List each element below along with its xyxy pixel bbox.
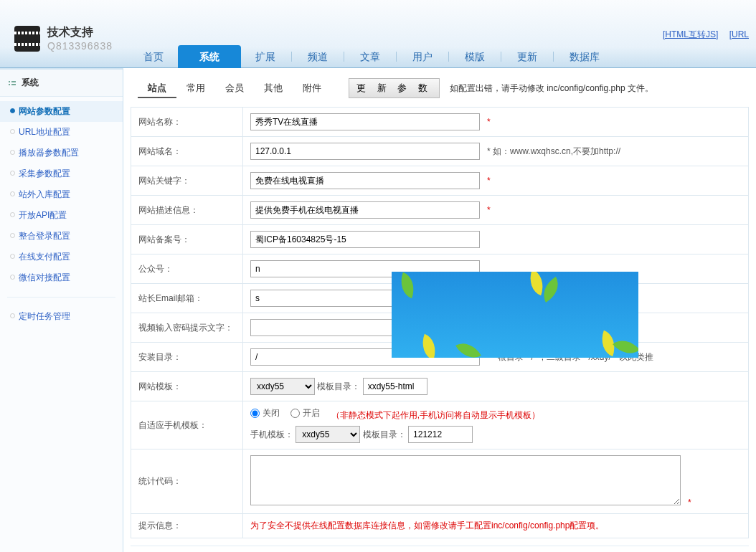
tabs-hint: 如配置出错，请手动修改 inc/config/config.php 文件。 [450,82,653,95]
sidebar-title: 系统 [0,70,123,97]
svg-rect-0 [9,81,10,82]
label-stats: 统计代码： [131,449,243,514]
svg-rect-3 [11,84,16,85]
input-domain[interactable] [250,143,480,160]
logo-icon [14,26,40,52]
radio-mobile-off[interactable] [250,409,260,418]
sidebar-item-5[interactable]: 开放API配置 [0,205,123,226]
nav-item-2[interactable]: 扩展 [241,46,290,67]
nav-item-5[interactable]: 用户 [398,46,447,67]
label-mobile-tpl: 手机模板： [250,429,293,439]
sidebar-group-1: 网站参数配置URL地址配置播放器参数配置采集参数配置站外入库配置开放API配置整… [0,97,123,292]
sub-tabs: 站点常用会员其他附件 更 新 参 数 如配置出错，请手动修改 inc/confi… [131,75,749,104]
label-desc: 网站描述信息： [131,196,243,225]
label-mobile: 自适应手机模板： [131,401,243,449]
sidebar: 系统 网站参数配置URL地址配置播放器参数配置采集参数配置站外入库配置开放API… [0,68,123,552]
link-url[interactable]: [URL [729,29,749,39]
sidebar-item-1[interactable]: URL地址配置 [0,122,123,143]
logo-subtitle: Q813396838 [47,40,113,52]
input-keywords[interactable] [250,172,480,189]
tab-1[interactable]: 常用 [176,79,215,97]
nav-item-8[interactable]: 数据库 [555,46,614,67]
sidebar-item-0[interactable]: 网站参数配置 [0,101,123,122]
sidebar-group-2: 定时任务管理 [0,302,123,331]
nav-item-3[interactable]: 频道 [293,46,342,67]
label-template: 网站模板： [131,372,243,401]
content: 站点常用会员其他附件 更 新 参 数 如配置出错，请手动修改 inc/confi… [123,68,756,552]
hint-domain: * 如：www.wxqhsc.cn,不要加http:// [487,146,620,156]
label-pwdtip: 视频输入密码提示文字： [131,313,243,343]
sidebar-item-8[interactable]: 微信对接配置 [0,267,123,288]
link-html-js[interactable]: [HTML互转JS] [663,29,718,39]
label-keywords: 网站关键字： [131,166,243,196]
select-template[interactable]: xxdy55 [250,378,315,395]
sidebar-item-4[interactable]: 站外入库配置 [0,184,123,205]
sidebar-item2-0[interactable]: 定时任务管理 [0,306,123,327]
top-links: [HTML互转JS] [URL [654,29,749,41]
label-install-dir: 安装目录： [131,343,243,372]
nav-item-4[interactable]: 文章 [346,46,394,67]
svg-rect-1 [11,81,16,82]
update-params-button[interactable]: 更 新 参 数 [349,78,440,98]
label-template-dir: 模板目录： [317,381,360,391]
label-domain: 网站域名： [131,137,243,166]
svg-rect-2 [9,84,10,85]
main-nav: 首页系统扩展频道文章用户模版更新数据库 [129,46,614,67]
input-desc[interactable] [250,201,480,219]
logo-title: 技术支持 [47,25,113,40]
nav-item-6[interactable]: 模版 [450,46,499,67]
footer-status: Processed in: 0.215 second(s), 0 queries… [131,546,749,552]
label-mobile-dir: 模板目录： [363,429,406,439]
radio-mobile-on[interactable] [290,409,300,418]
select-mobile-template[interactable]: xxdy55 [296,426,360,443]
sidebar-item-7[interactable]: 在线支付配置 [0,247,123,267]
nav-item-7[interactable]: 更新 [503,46,552,67]
overlay-banner [392,272,638,358]
tab-4[interactable]: 附件 [293,79,331,97]
tab-3[interactable]: 其他 [254,79,293,97]
label-icp: 网站备案号： [131,225,243,254]
tip-text: 为了安全不提供在线配置数据库连接信息，如需修改请手工配置inc/config/c… [250,520,604,530]
sidebar-item-3[interactable]: 采集参数配置 [0,163,123,184]
input-site-name[interactable] [250,113,480,130]
label-wechat: 公众号： [131,254,243,284]
label-tip: 提示信息： [131,514,243,538]
tab-2[interactable]: 会员 [215,79,254,97]
list-icon [9,80,16,87]
input-template-dir[interactable] [363,378,427,395]
label-site-name: 网站名称： [131,108,243,137]
hint-mobile-radio: （非静态模式下起作用,手机访问将自动显示手机模板） [331,410,540,420]
sidebar-divider [7,297,115,298]
input-icp[interactable] [250,231,480,248]
nav-item-0[interactable]: 首页 [129,46,178,67]
nav-item-1[interactable]: 系统 [178,45,241,68]
sidebar-item-6[interactable]: 整合登录配置 [0,226,123,247]
sidebar-item-2[interactable]: 播放器参数配置 [0,143,123,163]
tab-0[interactable]: 站点 [138,79,176,98]
header: 技术支持 Q813396838 [HTML互转JS] [URL 首页系统扩展频道… [0,0,756,68]
logo: 技术支持 Q813396838 [14,25,113,52]
input-mobile-dir[interactable] [408,426,473,443]
textarea-stats[interactable] [250,455,681,505]
label-email: 站长Email邮箱： [131,284,243,313]
